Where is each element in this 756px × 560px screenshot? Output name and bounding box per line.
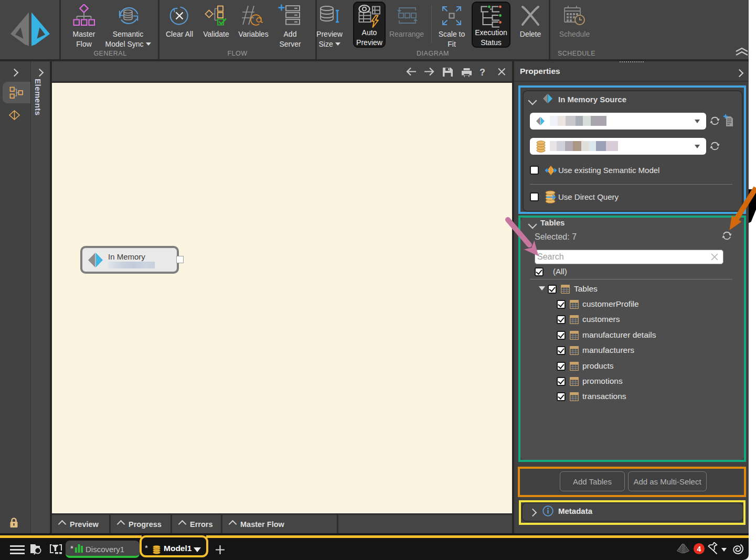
svg-text:?: ?: [480, 67, 485, 77]
